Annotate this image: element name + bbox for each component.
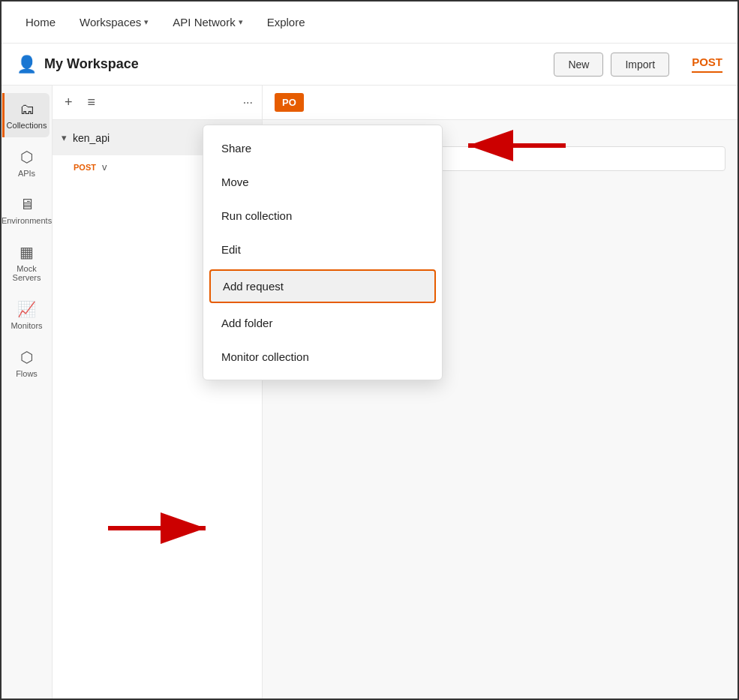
nav-home[interactable]: Home (26, 16, 56, 29)
api-network-chevron-icon: ▾ (239, 17, 243, 27)
workspace-person-icon: 👤 (17, 55, 37, 74)
workspace-left: 👤 My Workspace (17, 55, 554, 74)
nav-api-network[interactable]: API Network ▾ (173, 16, 242, 29)
collections-icon: 🗂 (20, 101, 35, 118)
menu-item-move[interactable]: Move (203, 165, 442, 199)
add-collection-button[interactable]: + (62, 93, 76, 112)
workspace-header: 👤 My Workspace New Import POST (2, 44, 737, 86)
post-method-badge: POST (74, 163, 96, 172)
apis-icon: ⬡ (20, 148, 33, 166)
main-layout: 🗂 Collections ⬡ APIs 🖥 Environments ▦ Mo… (2, 86, 737, 700)
sidebar-flows-label: Flows (16, 369, 38, 378)
collections-toolbar: + ≡ ··· (53, 86, 262, 120)
environments-icon: 🖥 (20, 196, 35, 213)
post-tab[interactable]: POST (692, 56, 722, 73)
nav-explore[interactable]: Explore (267, 16, 305, 29)
mock-servers-icon: ▦ (20, 243, 34, 261)
menu-item-run-collection[interactable]: Run collection (203, 199, 442, 233)
sidebar-monitors-label: Monitors (11, 321, 42, 330)
menu-item-add-request[interactable]: Add request (209, 269, 436, 303)
menu-item-monitor-collection[interactable]: Monitor collection (203, 340, 442, 374)
right-method-badge: PO (275, 93, 304, 112)
sidebar-item-monitors[interactable]: 📈 Monitors (5, 293, 50, 338)
collections-more-button[interactable]: ··· (243, 96, 253, 110)
top-nav: Home Workspaces ▾ API Network ▾ Explore (2, 2, 737, 44)
workspace-actions: New Import POST (554, 53, 722, 77)
sidebar-mock-servers-label: Mock Servers (9, 264, 45, 282)
menu-item-add-folder[interactable]: Add folder (203, 306, 442, 340)
sidebar-item-mock-servers[interactable]: ▦ Mock Servers (5, 236, 50, 290)
right-panel-header: PO (263, 86, 737, 120)
collection-chevron-icon: ▾ (62, 132, 67, 143)
workspace-title: My Workspace (44, 56, 139, 72)
sidebar-item-flows[interactable]: ⬡ Flows (5, 341, 50, 386)
new-button[interactable]: New (554, 53, 603, 77)
import-button[interactable]: Import (611, 53, 669, 77)
sidebar-apis-label: APIs (18, 169, 35, 178)
sidebar-item-environments[interactable]: 🖥 Environments (5, 188, 50, 233)
context-menu: Share Move Run collection Edit Add reque… (203, 125, 443, 380)
flows-icon: ⬡ (20, 348, 33, 366)
collection-name: ken_api (73, 132, 209, 144)
menu-item-edit[interactable]: Edit (203, 233, 442, 266)
left-sidebar: 🗂 Collections ⬡ APIs 🖥 Environments ▦ Mo… (2, 86, 53, 700)
workspaces-chevron-icon: ▾ (144, 17, 149, 27)
sidebar-item-collections[interactable]: 🗂 Collections (2, 93, 50, 137)
sidebar-collections-label: Collections (7, 121, 47, 130)
monitors-icon: 📈 (17, 300, 36, 318)
sidebar-environments-label: Environments (2, 216, 52, 225)
menu-item-share[interactable]: Share (203, 131, 442, 165)
sidebar-item-apis[interactable]: ⬡ APIs (5, 140, 50, 185)
post-label: v (102, 161, 107, 173)
filter-button[interactable]: ≡ (85, 93, 99, 112)
nav-workspaces[interactable]: Workspaces ▾ (80, 16, 149, 29)
collections-panel: + ≡ ··· ▾ ken_api ★ ··· POST v Share Mov… (53, 86, 263, 700)
